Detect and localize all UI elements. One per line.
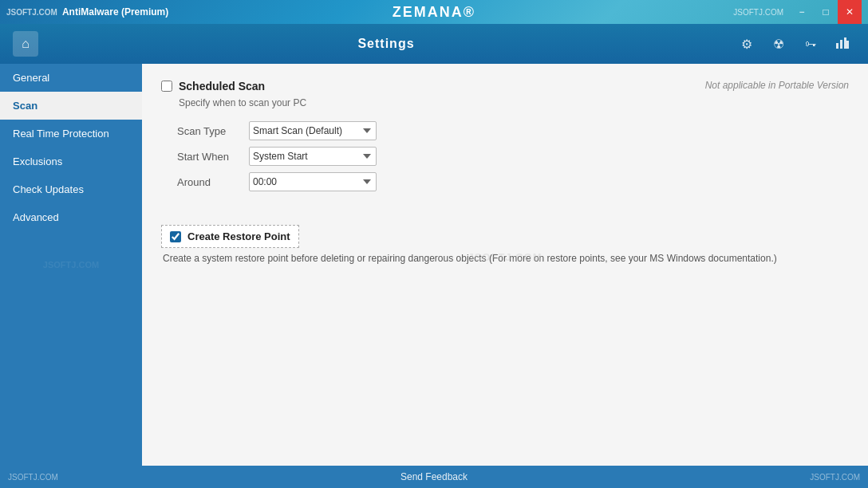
app-name: AntiMalware (Premium) — [62, 6, 168, 18]
restore-point-description: Create a system restore point before del… — [163, 253, 849, 264]
footer-watermark-right: JSOFTJ.COM — [810, 473, 860, 482]
sidebar-watermark: JSOFTJ.COM — [43, 260, 99, 270]
close-button[interactable]: ✕ — [838, 0, 862, 24]
footer-inner: JSOFTJ.COM Send Feedback JSOFTJ.COM — [0, 471, 868, 482]
around-label: Around — [177, 176, 249, 188]
sidebar-label-advanced: Advanced — [13, 211, 59, 223]
start-when-row: Start When System Start Manual Scheduled — [177, 147, 849, 166]
send-feedback-link[interactable]: Send Feedback — [400, 471, 468, 482]
sidebar-item-general[interactable]: General — [0, 64, 142, 92]
maximize-button[interactable]: □ — [814, 0, 838, 24]
around-select[interactable]: 00:00 01:00 06:00 12:00 18:00 — [249, 172, 377, 191]
minimize-button[interactable]: − — [790, 0, 814, 24]
start-when-select[interactable]: System Start Manual Scheduled — [249, 147, 377, 166]
page-title: Settings — [357, 37, 414, 51]
svg-rect-1 — [840, 40, 842, 49]
content-area: Not applicable in Portable Version Sched… — [142, 64, 868, 466]
sidebar-label-general: General — [13, 72, 49, 84]
window-controls: JSOFTJ.COM − □ ✕ — [733, 0, 862, 24]
restore-point-section: Create Restore Point Create a system res… — [161, 209, 849, 264]
scheduled-scan-title: Scheduled Scan — [179, 80, 265, 92]
svg-rect-0 — [836, 43, 838, 49]
sidebar-item-check-updates[interactable]: Check Updates — [0, 175, 142, 203]
home-icon: ⌂ — [22, 37, 30, 51]
home-button[interactable]: ⌂ — [13, 31, 38, 57]
chart-icon-btn[interactable] — [830, 31, 855, 57]
footer-watermark-left: JSOFTJ.COM — [8, 473, 58, 482]
title-bar: JSOFTJ.COM AntiMalware (Premium) ZEMANA®… — [0, 0, 868, 24]
scheduled-scan-checkbox[interactable] — [161, 81, 172, 92]
sidebar-item-advanced[interactable]: Advanced — [0, 203, 142, 231]
around-row: Around 00:00 01:00 06:00 12:00 18:00 — [177, 172, 849, 191]
restore-point-box: Create Restore Point — [161, 225, 299, 248]
scan-type-label: Scan Type — [177, 125, 249, 137]
sidebar-label-check-updates: Check Updates — [13, 183, 84, 195]
sidebar-item-scan[interactable]: Scan — [0, 92, 142, 120]
content-inner: Not applicable in Portable Version Sched… — [142, 64, 868, 280]
sidebar-label-exclusions: Exclusions — [13, 155, 62, 167]
chart-icon — [835, 35, 850, 53]
key-icon: 🗝 — [805, 37, 816, 50]
svg-rect-2 — [844, 37, 846, 49]
sidebar-item-exclusions[interactable]: Exclusions — [0, 148, 142, 175]
key-icon-btn[interactable]: 🗝 — [798, 31, 823, 57]
restore-point-checkbox[interactable] — [170, 231, 181, 242]
gear-icon: ⚙ — [741, 37, 752, 52]
settings-icon-btn[interactable]: ⚙ — [734, 31, 760, 57]
sidebar: JSOFTJ.COM General Scan Real Time Protec… — [0, 64, 142, 466]
scheduled-scan-form: Scan Type Smart Scan (Default) Full Scan… — [177, 121, 849, 191]
app-title: JSOFTJ.COM AntiMalware (Premium) — [6, 6, 168, 18]
footer: JSOFTJ.COM Send Feedback JSOFTJ.COM — [0, 466, 868, 488]
main-layout: JSOFTJ.COM General Scan Real Time Protec… — [0, 64, 868, 466]
scan-type-select[interactable]: Smart Scan (Default) Full Scan Quick Sca… — [249, 121, 377, 140]
scan-type-row: Scan Type Smart Scan (Default) Full Scan… — [177, 121, 849, 140]
scheduled-scan-subtitle: Specify when to scan your PC — [179, 97, 849, 108]
radiation-icon-btn[interactable]: ☢ — [766, 31, 791, 57]
sidebar-item-real-time-protection[interactable]: Real Time Protection — [0, 120, 142, 148]
watermark-title-right: JSOFTJ.COM — [733, 8, 783, 17]
not-applicable-notice: Not applicable in Portable Version — [705, 80, 849, 91]
header-bar: ⌂ Settings ⚙ ☢ 🗝 — [0, 24, 868, 64]
brand-title: ZEMANA® — [393, 4, 475, 21]
restore-point-label: Create Restore Point — [187, 230, 290, 242]
start-when-label: Start When — [177, 151, 249, 163]
radiation-icon: ☢ — [773, 37, 784, 52]
svg-rect-3 — [846, 41, 849, 49]
watermark-title-left: JSOFTJ.COM — [6, 8, 57, 17]
sidebar-label-real-time-protection: Real Time Protection — [13, 128, 109, 140]
sidebar-label-scan: Scan — [13, 100, 37, 112]
header-icon-group: ⚙ ☢ 🗝 — [734, 31, 855, 57]
